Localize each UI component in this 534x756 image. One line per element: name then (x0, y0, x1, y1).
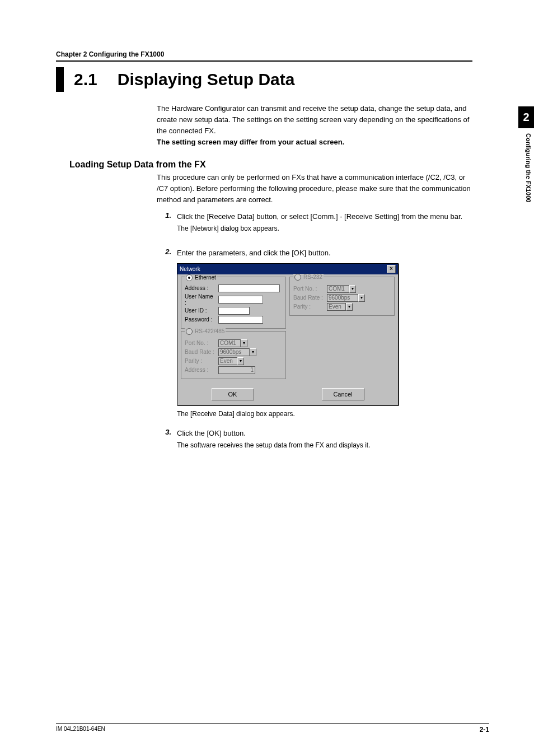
rs232-parity-label: Parity : (293, 304, 325, 310)
cancel-button[interactable]: Cancel (322, 388, 364, 400)
rs422-legend-text: RS-422/485 (195, 328, 224, 334)
chevron-down-icon: ▾ (358, 294, 365, 302)
rs232-radio[interactable]: RS-232 (293, 274, 324, 281)
side-tab: 2 (518, 106, 534, 128)
section-header: 2.1 Displaying Setup Data (56, 67, 472, 92)
dialog-titlebar: Network × (177, 264, 398, 274)
loading-paragraph: This procedure can only be performed on … (157, 172, 472, 206)
rs422-baud-select: 9600bps (218, 348, 250, 356)
step-number: 1. (157, 211, 177, 234)
rs232-baud-select: 9600bps (327, 294, 358, 302)
step-text: Click the [Receive Data] button, or sele… (177, 211, 472, 222)
rs232-legend-text: RS-232 (303, 274, 322, 280)
password-input[interactable] (218, 316, 263, 324)
page-footer: IM 04L21B01-64EN 2-1 (56, 723, 489, 734)
rs422-baud-label: Baud Rate : (185, 349, 216, 355)
intro-bold-note: The setting screen may differ from your … (157, 137, 472, 148)
network-dialog: Network × Ethernet Address : (177, 263, 399, 405)
userid-input[interactable] (218, 307, 250, 315)
address-label: Address : (185, 285, 216, 291)
step-number: 3. (157, 428, 177, 451)
chevron-down-icon: ▾ (250, 348, 256, 356)
userid-label: User ID : (185, 307, 216, 314)
step-1: 1. Click the [Receive Data] button, or s… (157, 211, 472, 234)
step-note: The [Network] dialog box appears. (177, 223, 472, 234)
address-input[interactable] (218, 284, 280, 292)
rs422-address-input: 1 (218, 366, 255, 374)
step-text: Click the [OK] button. (177, 428, 472, 439)
rs422-group: RS-422/485 Port No. : COM1▾ Baud Rate : … (181, 331, 286, 379)
ethernet-group: Ethernet Address : User Name : (181, 277, 286, 329)
username-input[interactable] (218, 296, 263, 304)
chevron-down-icon: ▾ (349, 285, 356, 293)
intro-paragraph: The Hardware Configurator can transmit a… (157, 103, 472, 137)
close-icon[interactable]: × (387, 265, 396, 273)
section-title: Displaying Setup Data (118, 70, 295, 89)
chapter-header: Chapter 2 Configuring the FX1000 (56, 50, 472, 62)
ethernet-radio[interactable]: Ethernet (185, 274, 217, 281)
rs232-baud-label: Baud Rate : (293, 295, 325, 301)
ethernet-legend-text: Ethernet (195, 274, 216, 281)
rs422-parity-select: Even (218, 357, 237, 365)
step-text: Enter the parameters, and click the [OK]… (177, 248, 472, 259)
rs232-port-label: Port No. : (293, 286, 325, 292)
rs422-radio[interactable]: RS-422/485 (185, 328, 226, 335)
chevron-down-icon: ▾ (346, 303, 353, 311)
section-marker (56, 67, 64, 92)
rs422-address-label: Address : (185, 367, 216, 373)
password-label: Password : (185, 316, 216, 323)
step-number: 2. (157, 248, 177, 259)
rs422-port-select: COM1 (218, 339, 241, 347)
rs232-group: RS-232 Port No. : COM1▾ Baud Rate : 9600… (289, 277, 395, 316)
page-number: 2-1 (480, 726, 489, 734)
rs422-parity-label: Parity : (185, 358, 216, 364)
side-tab-label: Configuring the FX1000 (525, 133, 532, 202)
ok-button[interactable]: OK (212, 388, 254, 400)
username-label: User Name : (185, 293, 216, 306)
rs232-port-select: COM1 (327, 285, 349, 293)
step-2: 2. Enter the parameters, and click the [… (157, 248, 472, 259)
side-tab-number: 2 (518, 111, 534, 124)
chevron-down-icon: ▾ (237, 357, 244, 365)
dialog-title-text: Network (180, 266, 200, 272)
chevron-down-icon: ▾ (241, 339, 247, 347)
doc-id: IM 04L21B01-64EN (56, 726, 105, 734)
rs232-parity-select: Even (327, 303, 346, 311)
after-dialog-note: The [Receive Data] dialog box appears. (177, 410, 472, 418)
loading-heading: Loading Setup Data from the FX (69, 160, 472, 170)
step-3: 3. Click the [OK] button. The software r… (157, 428, 472, 451)
rs422-port-label: Port No. : (185, 340, 216, 346)
section-number: 2.1 (74, 70, 97, 89)
step-note: The software receives the setup data fro… (177, 440, 472, 451)
